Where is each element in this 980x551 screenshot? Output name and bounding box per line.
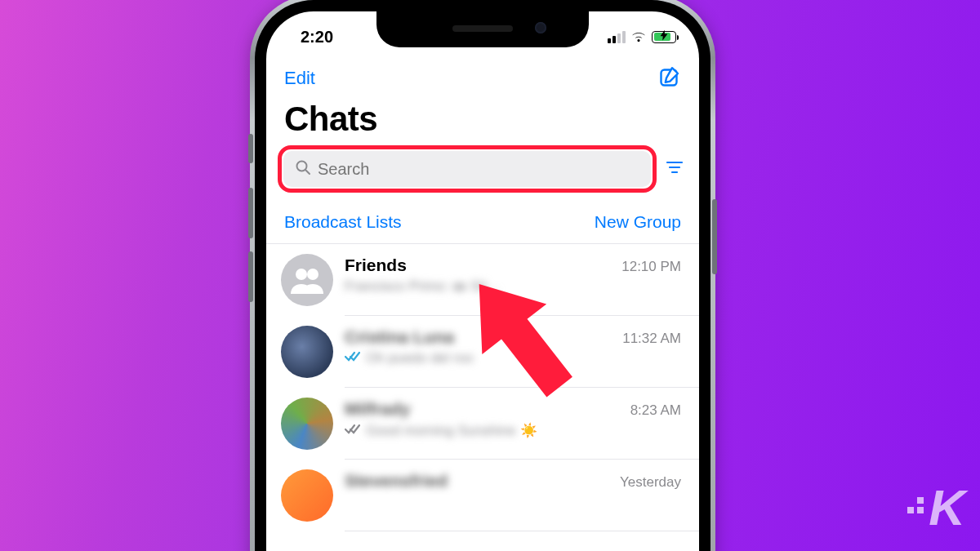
chat-row[interactable]: Milfrady 8:23 AM Good morning Sunshine ☀…: [266, 388, 699, 460]
power-button: [712, 199, 717, 274]
wifi-icon: [630, 31, 647, 43]
watermark-letter: K: [929, 478, 964, 536]
chat-row[interactable]: Stevensfried Yesterday: [266, 460, 699, 531]
chat-row[interactable]: Friends 12:10 PM Francisco Primo: 🎟 Sti…: [266, 244, 699, 316]
chat-time: 12:10 PM: [621, 259, 681, 275]
phone-notch: [376, 11, 589, 47]
status-indicators: [608, 31, 676, 43]
stage: 2:20: [0, 0, 980, 551]
emoji-sun-icon: ☀️: [520, 422, 537, 439]
page-title: Chats: [266, 96, 699, 145]
delivered-receipt-icon: [345, 423, 361, 439]
phone-frame: 2:20: [250, 0, 715, 551]
group-icon: [291, 266, 323, 294]
battery-icon: [652, 31, 676, 43]
shortcut-row: Broadcast Lists New Group: [266, 201, 699, 244]
chat-preview: Good morning Sunshine: [366, 423, 515, 439]
chat-name: Friends: [345, 256, 407, 275]
nav-bar: Edit: [266, 57, 699, 96]
chat-name: Milfrady: [345, 399, 411, 419]
avatar: [281, 254, 333, 306]
svg-point-6: [296, 269, 307, 280]
edit-button[interactable]: Edit: [284, 68, 315, 89]
search-icon: [295, 159, 311, 179]
svg-line-2: [305, 170, 310, 174]
filter-icon: [665, 158, 684, 177]
avatar: [281, 469, 333, 522]
chat-name: Stevensfried: [345, 471, 448, 491]
broadcast-lists-link[interactable]: Broadcast Lists: [284, 212, 402, 232]
watermark-logo: K: [907, 478, 964, 536]
phone-bezel: 2:20: [255, 0, 710, 551]
chat-list: Friends 12:10 PM Francisco Primo: 🎟 Sti…: [266, 244, 699, 531]
cellular-signal-icon: [608, 31, 626, 43]
chat-preview: Oh puedo del roo: [366, 350, 473, 367]
avatar: [281, 326, 333, 378]
avatar: [281, 398, 333, 450]
phone-screen: 2:20: [266, 11, 699, 551]
chat-row[interactable]: Cristina Luna 11:32 AM Oh puedo del roo: [266, 316, 699, 388]
volume-up-button: [248, 188, 253, 238]
new-group-link[interactable]: New Group: [595, 212, 681, 232]
chat-name: Cristina Luna: [345, 327, 454, 347]
volume-down-button: [248, 251, 253, 302]
filter-button[interactable]: [665, 158, 688, 180]
search-input[interactable]: [283, 151, 651, 187]
read-receipt-icon: [345, 350, 361, 367]
chat-time: 11:32 AM: [622, 331, 681, 347]
compose-icon: [658, 65, 681, 88]
compose-button[interactable]: [658, 65, 681, 91]
chat-time: Yesterday: [620, 474, 681, 491]
svg-point-7: [307, 269, 318, 280]
search-highlight-annotation: [278, 145, 657, 193]
status-time: 2:20: [301, 28, 333, 47]
chat-preview: Francisco Primo: 🎟 Sti…: [345, 278, 501, 295]
chat-time: 8:23 AM: [630, 402, 681, 419]
search-row: [266, 145, 699, 201]
mute-switch: [248, 134, 253, 163]
